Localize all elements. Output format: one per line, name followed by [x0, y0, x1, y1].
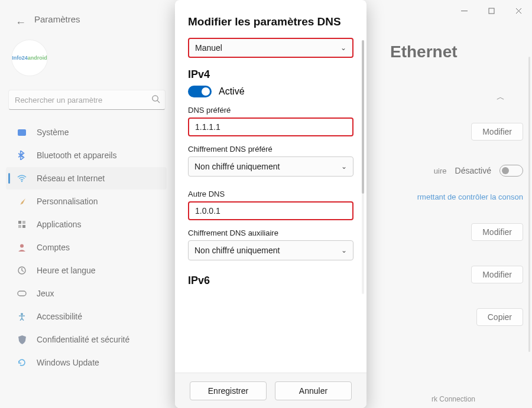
- svg-rect-9: [18, 225, 21, 228]
- preferred-dns-value: 1.1.1.1: [195, 122, 220, 132]
- ipv6-heading: IPv6: [188, 275, 353, 287]
- chevron-down-icon: ⌄: [340, 44, 346, 52]
- modify-button-1[interactable]: Modifier: [471, 123, 523, 141]
- alt-dns-input[interactable]: 1.0.0.1: [188, 201, 353, 220]
- sidebar-item-label: Réseau et Internet: [37, 174, 105, 183]
- dns-mode-value: Manuel: [195, 43, 222, 53]
- sidebar-item-label: Bluetooth et appareils: [37, 151, 116, 160]
- sidebar-item-syst-me[interactable]: Système: [6, 121, 167, 143]
- ipv4-toggle-label: Activé: [219, 86, 245, 97]
- page-title: Ethernet: [390, 43, 458, 61]
- search-input[interactable]: [14, 95, 151, 105]
- grid-icon: [17, 219, 27, 230]
- maximize-button[interactable]: [478, 0, 505, 21]
- dns-settings-modal: Modifier les paramètres DNS Manuel ⌄ IPv…: [175, 0, 366, 408]
- modify-button-3[interactable]: Modifier: [471, 266, 523, 283]
- alt-dns-value: 1.0.0.1: [195, 206, 220, 216]
- bt-icon: [17, 150, 27, 161]
- sidebar-item-personnalisation[interactable]: Personnalisation: [6, 190, 167, 213]
- svg-line-5: [157, 100, 160, 103]
- search-icon: [151, 94, 160, 106]
- user-icon: [17, 242, 27, 253]
- modify-button-2[interactable]: Modifier: [471, 223, 523, 241]
- preferred-dns-enc-select[interactable]: Non chiffré uniquement ⌄: [188, 156, 353, 177]
- save-button[interactable]: Enregistrer: [190, 381, 267, 400]
- preferred-dns-label: DNS préféré: [188, 106, 353, 115]
- sidebar-item-windows-update[interactable]: Windows Update: [6, 351, 167, 374]
- sidebar-item-label: Heure et langue: [37, 266, 96, 275]
- alt-dns-label: Autre DNS: [188, 190, 353, 198]
- sidebar-item-confidentialit-et-s-curit-[interactable]: Confidentialité et sécurité: [6, 328, 167, 351]
- modal-footer: Enregistrer Annuler: [175, 373, 366, 408]
- alt-dns-enc-value: Non chiffré uniquement: [194, 246, 280, 255]
- minimize-button[interactable]: [450, 0, 478, 21]
- wifi-icon: [17, 173, 27, 184]
- data-limit-link[interactable]: rmettant de contrôler la conson: [358, 190, 523, 211]
- sidebar-item-label: Applications: [37, 220, 82, 229]
- sidebar-item-label: Jeux: [37, 289, 54, 298]
- access-icon: [17, 311, 27, 322]
- sidebar-item-label: Accessibilité: [37, 312, 82, 321]
- sidebar-item-label: Confidentialité et sécurité: [37, 335, 129, 344]
- preferred-dns-enc-value: Non chiffré uniquement: [194, 162, 280, 171]
- ipv4-toggle[interactable]: [188, 86, 212, 97]
- sidebar-item-label: Personnalisation: [37, 197, 98, 206]
- svg-point-11: [20, 244, 24, 248]
- partial-text: uire: [434, 167, 447, 175]
- dns-mode-select[interactable]: Manuel ⌄: [188, 38, 353, 58]
- metered-status-label: Désactivé: [455, 166, 491, 175]
- game-icon: [17, 288, 27, 299]
- page-right-column: Modifier uire Désactivé rmettant de cont…: [358, 77, 523, 338]
- alt-dns-enc-select[interactable]: Non chiffré uniquement ⌄: [188, 240, 353, 260]
- sidebar-item-r-seau-et-internet[interactable]: Réseau et Internet: [6, 167, 167, 190]
- svg-rect-13: [18, 291, 26, 296]
- sidebar-item-comptes[interactable]: Comptes: [6, 236, 167, 259]
- search-input-wrap[interactable]: [8, 90, 166, 110]
- window-controls: [450, 0, 532, 21]
- app-title: Paramètres: [34, 14, 80, 24]
- svg-point-14: [21, 313, 23, 315]
- cancel-button[interactable]: Annuler: [275, 381, 352, 400]
- alt-dns-enc-label: Chiffrement DNS auxiliaire: [188, 229, 353, 237]
- sidebar-item-applications[interactable]: Applications: [6, 213, 167, 236]
- sidebar-item-accessibilit-[interactable]: Accessibilité: [6, 305, 167, 328]
- sidebar-nav: SystèmeBluetooth et appareilsRéseau et I…: [5, 120, 170, 374]
- settings-window: ← Paramètres Info24android SystèmeBlueto…: [0, 0, 532, 408]
- copy-button[interactable]: Copier: [476, 308, 523, 326]
- preferred-dns-enc-label: Chiffrement DNS préféré: [188, 145, 353, 154]
- monitor-icon: [17, 127, 27, 138]
- metered-toggle[interactable]: [499, 165, 523, 177]
- back-button[interactable]: ←: [15, 17, 26, 29]
- close-button[interactable]: [505, 0, 532, 21]
- sidebar-item-label: Windows Update: [37, 358, 99, 367]
- sidebar-item-label: Comptes: [37, 243, 70, 252]
- svg-point-4: [153, 95, 158, 100]
- svg-rect-7: [18, 221, 21, 224]
- sidebar-item-heure-et-langue[interactable]: Heure et langue: [6, 259, 167, 282]
- svg-rect-10: [22, 225, 25, 228]
- update-icon: [17, 357, 27, 368]
- sidebar-item-jeux[interactable]: Jeux: [6, 282, 167, 305]
- footer-partial-text: rk Connection: [432, 395, 475, 403]
- chevron-down-icon: ⌄: [341, 246, 347, 254]
- window-scrollbar[interactable]: [528, 57, 530, 352]
- svg-rect-1: [489, 8, 494, 14]
- svg-point-6: [21, 181, 22, 182]
- ipv4-heading: IPv4: [188, 68, 353, 81]
- modal-scrollbar[interactable]: [362, 40, 364, 294]
- clock-icon: [17, 265, 27, 276]
- shield-icon: [17, 334, 27, 345]
- svg-rect-8: [22, 221, 25, 224]
- avatar[interactable]: Info24android: [12, 40, 47, 76]
- brush-icon: [17, 196, 27, 207]
- preferred-dns-input[interactable]: 1.1.1.1: [188, 117, 353, 136]
- modal-title: Modifier les paramètres DNS: [188, 15, 353, 28]
- chevron-down-icon: ⌄: [341, 162, 347, 171]
- sidebar-item-label: Système: [37, 128, 69, 137]
- sidebar-item-bluetooth-et-appareils[interactable]: Bluetooth et appareils: [6, 144, 167, 167]
